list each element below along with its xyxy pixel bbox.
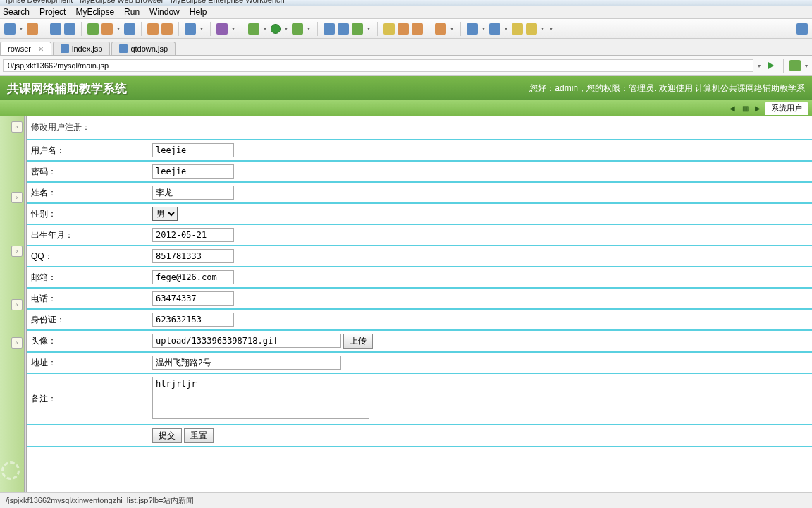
qq-label: QQ： — [27, 246, 148, 267]
dropdown[interactable]: ▾ — [199, 23, 204, 35]
reset-button[interactable]: 重置 — [184, 428, 214, 443]
username-input[interactable] — [152, 143, 234, 157]
main-toolbar: ▾ ▾ ▾ ▾ ▾ ▾ ▾ ▾ ▾ ▾ ▾ ▾ ▾ — [0, 19, 812, 39]
editor-tabs: rowser ✕ index.jsp qtdown.jsp — [0, 39, 812, 56]
realname-input[interactable] — [152, 186, 234, 200]
dropdown[interactable]: ▾ — [540, 23, 546, 35]
sidebar-toggle-4[interactable]: « — [11, 299, 23, 310]
menu-bar: Search Project MyEclipse Run Window Help — [0, 6, 812, 19]
idcard-input[interactable] — [152, 313, 234, 327]
new-icon[interactable] — [4, 23, 16, 35]
globe-icon[interactable] — [124, 23, 135, 35]
nav-next-icon[interactable]: ▶ — [753, 103, 763, 113]
close-icon[interactable]: ✕ — [38, 45, 44, 53]
dropdown[interactable]: ▾ — [804, 60, 809, 71]
upload-button[interactable]: 上传 — [343, 334, 373, 349]
sidebar-toggle-3[interactable]: « — [11, 246, 23, 257]
remark-textarea[interactable]: htrjrtjr — [152, 377, 369, 419]
jsp-icon — [119, 44, 128, 53]
sidebar-decoration — [1, 461, 23, 490]
tool-icon-6[interactable] — [216, 23, 228, 35]
tool-icon-15[interactable] — [489, 23, 500, 35]
phone-input[interactable] — [152, 291, 234, 306]
avatar-input[interactable] — [152, 334, 341, 348]
address-input[interactable] — [152, 356, 341, 370]
email-label: 邮箱： — [27, 267, 148, 288]
run-dropdown[interactable]: ▾ — [283, 23, 289, 35]
window-title-text: rprise Development - MyEclipse Web Brows… — [6, 0, 285, 4]
separator — [429, 22, 429, 36]
tool-icon-4[interactable] — [161, 23, 173, 35]
tool-icon-3[interactable] — [147, 23, 159, 35]
server-dropdown[interactable]: ▾ — [116, 23, 121, 35]
dropdown[interactable]: ▾ — [481, 23, 486, 35]
menu-project[interactable]: Project — [39, 7, 66, 17]
birth-input[interactable] — [152, 228, 234, 242]
menu-myeclipse[interactable]: MyEclipse — [75, 7, 114, 17]
back-icon[interactable] — [512, 23, 523, 35]
dropdown[interactable]: ▾ — [230, 23, 236, 35]
avatar-label: 头像： — [27, 330, 148, 352]
tab-index-jsp[interactable]: index.jsp — [53, 42, 110, 55]
debug-dropdown[interactable]: ▾ — [262, 23, 268, 35]
sidebar-toggle-2[interactable]: « — [11, 192, 23, 203]
tool-icon-12[interactable] — [412, 23, 423, 35]
nav-list-icon[interactable]: ▦ — [740, 103, 750, 113]
menu-window[interactable]: Window — [149, 7, 180, 17]
debug-icon[interactable] — [248, 23, 259, 35]
perspective-icon[interactable] — [796, 23, 808, 35]
url-input[interactable] — [3, 59, 753, 72]
tool-icon-10[interactable] — [383, 23, 395, 35]
separator — [81, 22, 82, 36]
status-text: /jspjxkf13662mysql/xinwentongzhi_list.js… — [6, 495, 194, 506]
email-input[interactable] — [152, 270, 234, 284]
empty-label — [27, 425, 148, 447]
tool-icon-8[interactable] — [338, 23, 349, 35]
save-icon[interactable] — [27, 23, 38, 35]
menu-run[interactable]: Run — [124, 7, 140, 17]
tool-icon-9[interactable] — [352, 23, 363, 35]
separator — [377, 22, 378, 36]
run-ext-icon[interactable] — [292, 23, 303, 35]
url-dropdown[interactable]: ▾ — [756, 60, 762, 71]
dropdown[interactable]: ▾ — [366, 23, 371, 35]
submit-button[interactable]: 提交 — [152, 428, 182, 443]
menu-search[interactable]: Search — [3, 7, 30, 17]
jsp-icon — [61, 44, 69, 53]
phone-label: 电话： — [27, 288, 148, 309]
tool-icon-7[interactable] — [324, 23, 335, 35]
dropdown[interactable]: ▾ — [306, 23, 312, 35]
tool-icon-2[interactable] — [64, 23, 75, 35]
new-dropdown[interactable]: ▾ — [18, 23, 24, 35]
tool-icon-5[interactable] — [185, 23, 196, 35]
forward-icon[interactable] — [526, 23, 537, 35]
gender-label: 性别： — [27, 203, 148, 224]
qq-input[interactable] — [152, 249, 234, 263]
tool-icon-11[interactable] — [398, 23, 409, 35]
tab-qtdown-jsp[interactable]: qtdown.jsp — [111, 42, 176, 55]
password-input[interactable] — [152, 164, 234, 179]
sidebar-toggle-5[interactable]: « — [11, 337, 23, 349]
tool-icon-13[interactable] — [435, 23, 446, 35]
server-icon[interactable] — [102, 23, 113, 35]
content-area: 修改用户注册： 用户名： 密码： 姓名： 性别： 男 出生年月： QQ： 邮箱：… — [27, 116, 812, 495]
menu-help[interactable]: Help — [190, 7, 207, 17]
separator — [44, 22, 44, 36]
go-button[interactable] — [765, 59, 777, 72]
sidebar-toggle-1[interactable]: « — [11, 121, 23, 133]
tool-icon-14[interactable] — [467, 23, 478, 35]
nav-prev-icon[interactable]: ◀ — [727, 103, 737, 113]
run-icon[interactable] — [271, 24, 281, 34]
nav-tab-system-user[interactable]: 系统用户 — [765, 102, 808, 115]
refresh-icon[interactable] — [789, 60, 801, 71]
tab-label: qtdown.jsp — [130, 44, 168, 53]
tool-icon-1[interactable] — [50, 23, 61, 35]
gender-select[interactable]: 男 — [152, 207, 178, 221]
deploy-icon[interactable] — [87, 23, 99, 35]
tab-browser[interactable]: rowser ✕ — [0, 42, 51, 55]
address-bar: ▾ ▾ — [0, 56, 812, 76]
dropdown[interactable]: ▾ — [449, 23, 455, 35]
tab-label: index.jsp — [72, 44, 102, 53]
dropdown[interactable]: ▾ — [503, 23, 509, 35]
dropdown[interactable]: ▾ — [548, 23, 554, 35]
